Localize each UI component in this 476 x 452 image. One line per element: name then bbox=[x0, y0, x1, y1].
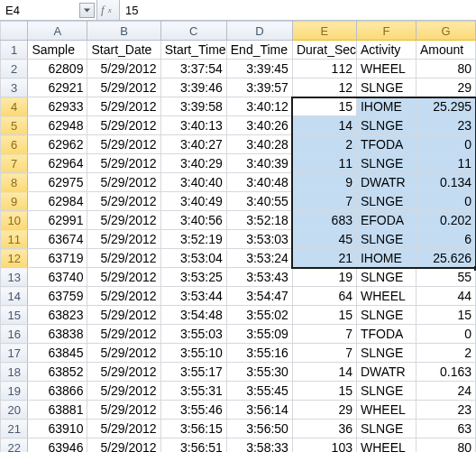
row-header[interactable]: 18 bbox=[1, 363, 28, 382]
cell[interactable]: 14 bbox=[292, 116, 356, 135]
cell[interactable]: 112 bbox=[292, 60, 356, 78]
cell[interactable]: 5/29/2012 bbox=[87, 420, 160, 438]
cell[interactable]: SLNGE bbox=[356, 192, 416, 211]
formula-input[interactable]: 15 bbox=[120, 0, 476, 20]
cell[interactable]: 5/29/2012 bbox=[87, 363, 160, 382]
cell[interactable]: SLNGE bbox=[356, 420, 416, 438]
cell[interactable]: 63838 bbox=[28, 325, 87, 344]
cell[interactable]: 5/29/2012 bbox=[87, 60, 160, 78]
cell[interactable]: 5/29/2012 bbox=[87, 344, 160, 363]
row-header[interactable]: 5 bbox=[1, 116, 28, 135]
cell[interactable]: 3:40:40 bbox=[160, 173, 226, 192]
cell[interactable]: 3:55:03 bbox=[160, 325, 226, 344]
cell[interactable]: 0 bbox=[416, 325, 475, 344]
cell[interactable]: 63719 bbox=[28, 249, 87, 268]
cell[interactable]: 12 bbox=[292, 78, 356, 97]
cell[interactable]: 63823 bbox=[28, 306, 87, 325]
cell[interactable]: 19 bbox=[292, 268, 356, 287]
cell[interactable]: 3:53:44 bbox=[160, 287, 226, 306]
cell[interactable]: 5/29/2012 bbox=[87, 230, 160, 249]
cell[interactable]: EFODA bbox=[356, 211, 416, 230]
cell[interactable]: 0 bbox=[416, 192, 475, 211]
cell[interactable]: TFODA bbox=[356, 135, 416, 154]
cell[interactable]: End_Time bbox=[226, 41, 292, 60]
cell[interactable]: DWATR bbox=[356, 173, 416, 192]
col-header-E[interactable]: E bbox=[292, 22, 356, 41]
cell[interactable]: WHEEL bbox=[356, 287, 416, 306]
cell[interactable]: 5/29/2012 bbox=[87, 116, 160, 135]
cell[interactable]: 25.626 bbox=[416, 249, 475, 268]
cell[interactable]: 24 bbox=[416, 382, 475, 401]
cell[interactable]: 3:40:56 bbox=[160, 211, 226, 230]
cell[interactable]: 45 bbox=[292, 230, 356, 249]
row-header[interactable]: 8 bbox=[1, 173, 28, 192]
cell[interactable]: 3:40:39 bbox=[226, 154, 292, 173]
name-box-dropdown[interactable] bbox=[79, 3, 95, 18]
cell[interactable]: 62933 bbox=[28, 97, 87, 116]
cell[interactable]: 62948 bbox=[28, 116, 87, 135]
cell[interactable]: 55 bbox=[416, 268, 475, 287]
cell[interactable]: 5/29/2012 bbox=[87, 438, 160, 453]
col-header-F[interactable]: F bbox=[356, 22, 416, 41]
cell[interactable]: 5/29/2012 bbox=[87, 401, 160, 420]
cell[interactable]: 3:40:28 bbox=[226, 135, 292, 154]
row-header[interactable]: 4 bbox=[1, 97, 28, 116]
row-header[interactable]: 16 bbox=[1, 325, 28, 344]
cell[interactable]: Sample bbox=[28, 41, 87, 60]
row-header[interactable]: 1 bbox=[1, 41, 28, 60]
row-header[interactable]: 13 bbox=[1, 268, 28, 287]
cell[interactable]: IHOME bbox=[356, 249, 416, 268]
cell[interactable]: 63 bbox=[416, 420, 475, 438]
cell[interactable]: 62809 bbox=[28, 60, 87, 78]
cell[interactable]: 63674 bbox=[28, 230, 87, 249]
cell[interactable]: WHEEL bbox=[356, 438, 416, 453]
cell[interactable]: 5/29/2012 bbox=[87, 382, 160, 401]
select-all-corner[interactable] bbox=[1, 22, 28, 41]
row-header[interactable]: 2 bbox=[1, 60, 28, 78]
cell[interactable]: Start_Date bbox=[87, 41, 160, 60]
cell[interactable]: 0.163 bbox=[416, 363, 475, 382]
row-header[interactable]: 17 bbox=[1, 344, 28, 363]
cell[interactable]: 29 bbox=[416, 78, 475, 97]
cell[interactable]: 3:55:31 bbox=[160, 382, 226, 401]
cell[interactable]: 3:39:58 bbox=[160, 97, 226, 116]
cell[interactable]: DWATR bbox=[356, 363, 416, 382]
name-box[interactable]: E4 bbox=[0, 0, 97, 20]
row-header[interactable]: 11 bbox=[1, 230, 28, 249]
cell[interactable]: Amount bbox=[416, 41, 475, 60]
cell[interactable]: 3:53:25 bbox=[160, 268, 226, 287]
cell[interactable]: 36 bbox=[292, 420, 356, 438]
cell[interactable]: 3:56:51 bbox=[160, 438, 226, 453]
cell[interactable]: Start_Time bbox=[160, 41, 226, 60]
cell[interactable]: 5/29/2012 bbox=[87, 78, 160, 97]
cell[interactable]: 2 bbox=[416, 344, 475, 363]
cell[interactable]: TFODA bbox=[356, 325, 416, 344]
cell[interactable]: 3:53:04 bbox=[160, 249, 226, 268]
row-header[interactable]: 20 bbox=[1, 401, 28, 420]
cell[interactable]: SLNGE bbox=[356, 306, 416, 325]
cell[interactable]: 62964 bbox=[28, 154, 87, 173]
cell[interactable]: 25.295 bbox=[416, 97, 475, 116]
row-header[interactable]: 14 bbox=[1, 287, 28, 306]
cell[interactable]: 3:37:54 bbox=[160, 60, 226, 78]
row-header[interactable]: 12 bbox=[1, 249, 28, 268]
cell[interactable]: 3:55:45 bbox=[226, 382, 292, 401]
cell[interactable]: SLNGE bbox=[356, 268, 416, 287]
cell[interactable]: 80 bbox=[416, 438, 475, 453]
cell[interactable]: 5/29/2012 bbox=[87, 211, 160, 230]
cell[interactable]: 5/29/2012 bbox=[87, 173, 160, 192]
row-header[interactable]: 3 bbox=[1, 78, 28, 97]
cell[interactable]: 3:54:47 bbox=[226, 287, 292, 306]
cell[interactable]: 3:55:09 bbox=[226, 325, 292, 344]
cell[interactable]: 3:39:46 bbox=[160, 78, 226, 97]
cell[interactable]: SLNGE bbox=[356, 382, 416, 401]
cell[interactable]: 3:40:27 bbox=[160, 135, 226, 154]
row-header[interactable]: 15 bbox=[1, 306, 28, 325]
cell[interactable]: WHEEL bbox=[356, 60, 416, 78]
cell[interactable]: Durat_Sec bbox=[292, 41, 356, 60]
cell[interactable]: 62962 bbox=[28, 135, 87, 154]
grid[interactable]: A B C D E F G 1SampleStart_DateStart_Tim… bbox=[0, 21, 476, 452]
cell[interactable]: 64 bbox=[292, 287, 356, 306]
cell[interactable]: WHEEL bbox=[356, 401, 416, 420]
cell[interactable]: 5/29/2012 bbox=[87, 287, 160, 306]
